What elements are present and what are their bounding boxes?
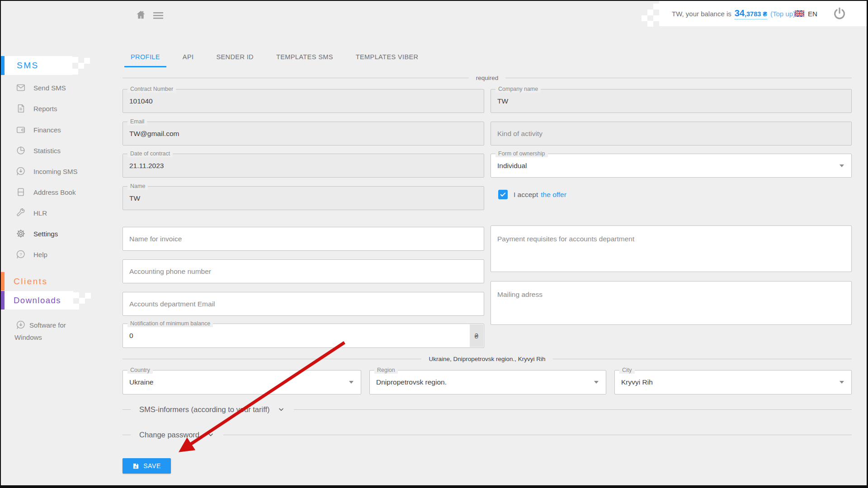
balance-row: TW, your balance is 34,3783 ₴ (Top up): [672, 1, 795, 26]
company-name-input[interactable]: [491, 89, 851, 113]
divider-line: [505, 78, 852, 78]
home-icon: [136, 9, 146, 20]
sidebar-item-software-for-windows[interactable]: Software for Windows: [14, 319, 71, 343]
change-password-label: Change password: [131, 431, 207, 439]
region-select[interactable]: Region Dnipropetrovsk region.: [369, 370, 606, 394]
accounting-phone-field[interactable]: [123, 259, 484, 283]
incoming-message-icon: [16, 166, 26, 176]
payment-requisites-field[interactable]: [491, 225, 852, 272]
sidebar-item-settings[interactable]: Settings: [16, 227, 58, 240]
address-book-icon: [16, 187, 26, 197]
report-icon: [16, 103, 26, 113]
checker-square: [72, 57, 78, 63]
sidebar-item-send-sms[interactable]: Send SMS: [16, 81, 66, 94]
email-input[interactable]: [123, 122, 484, 145]
checker-square: [653, 15, 659, 21]
checker-square: [647, 9, 653, 15]
sidebar-item-label: Finances: [33, 126, 61, 134]
save-button[interactable]: SAVE: [123, 458, 171, 474]
hamburger-icon: [153, 12, 163, 19]
email-field[interactable]: Email: [123, 122, 484, 145]
checker-square: [647, 21, 653, 27]
checker-square: [642, 15, 647, 21]
sidebar-item-incoming-sms[interactable]: Incoming SMS: [16, 165, 78, 178]
min-balance-field[interactable]: Notification of minimum balance ₴: [123, 324, 484, 348]
language-selector[interactable]: EN: [795, 1, 817, 26]
chevron-down-icon: [278, 406, 285, 413]
change-password-toggle[interactable]: Change password: [123, 427, 852, 442]
region-value: Dnipropetrovsk region.: [376, 371, 447, 394]
sms-informers-toggle[interactable]: SMS-informers (according to your tariff): [123, 402, 852, 417]
topup-link[interactable]: (Top up): [770, 10, 795, 18]
sidebar-clients-label: Clients: [14, 277, 48, 286]
city-select[interactable]: City Kryvyi Rih: [614, 370, 852, 394]
chevron-down-icon: [207, 431, 214, 438]
sidebar-item-hlr[interactable]: HLR: [16, 206, 47, 219]
city-value: Kryvyi Rih: [621, 371, 653, 394]
location-summary: Ukraine, Dnipropetrovsk region., Kryvyi …: [421, 356, 552, 362]
offer-link[interactable]: the offer: [541, 191, 566, 199]
sidebar-downloads-label: Downloads: [14, 296, 61, 305]
sidebar-item-label: Statistics: [33, 147, 61, 155]
required-divider: required: [123, 71, 852, 84]
accounting-phone-input[interactable]: [123, 260, 484, 283]
form-of-ownership-select[interactable]: Form of ownership Individual: [491, 154, 852, 178]
sidebar-item-reports[interactable]: Reports: [16, 102, 57, 115]
name-for-invoice-field[interactable]: [123, 227, 484, 251]
date-of-contract-field[interactable]: Date of contract: [123, 154, 484, 178]
accept-offer-row: I accept the offer: [498, 190, 566, 199]
accounts-department-email-field[interactable]: [123, 292, 484, 316]
location-divider: Ukraine, Dnipropetrovsk region., Kryvyi …: [123, 352, 852, 365]
sidebar-item-address-book[interactable]: Address Book: [16, 186, 75, 198]
chevron-down-icon: [840, 381, 844, 384]
sidebar-section-downloads[interactable]: Downloads: [1, 291, 73, 310]
wallet-icon: [16, 125, 26, 135]
kind-of-activity-field[interactable]: [491, 122, 852, 145]
contract-number-field[interactable]: Contract Number: [123, 89, 484, 113]
name-input[interactable]: [123, 187, 484, 210]
mailing-address-textarea[interactable]: [491, 282, 851, 324]
tab-templates-viber[interactable]: TEMPLATES VIBER: [349, 47, 425, 67]
home-button[interactable]: [136, 9, 146, 20]
divider-line: [553, 359, 852, 359]
sidebar-item-finances[interactable]: Finances: [16, 123, 61, 136]
sidebar-item-help[interactable]: ? Help: [16, 248, 47, 261]
checker-square: [73, 304, 79, 310]
date-of-contract-input[interactable]: [123, 154, 484, 177]
sidebar-item-label: Settings: [33, 230, 58, 238]
checker-square: [85, 293, 91, 299]
sidebar-item-label: Send SMS: [33, 84, 66, 92]
sidebar-item-label: Address Book: [33, 188, 75, 196]
accounts-department-email-input[interactable]: [123, 292, 484, 315]
sidebar-sms-label: SMS: [17, 61, 39, 70]
form-of-ownership-value: Individual: [497, 154, 527, 177]
logout-button[interactable]: [833, 7, 846, 20]
svg-text:?: ?: [19, 252, 22, 257]
required-note: required: [469, 75, 506, 81]
accept-offer-checkbox[interactable]: [498, 190, 508, 199]
gear-icon: [16, 229, 26, 239]
balance-main: 34: [735, 8, 745, 18]
tab-sender-id[interactable]: SENDER ID: [210, 47, 260, 67]
sidebar-section-sms[interactable]: SMS: [1, 56, 72, 75]
payment-requisites-textarea[interactable]: [491, 226, 851, 272]
name-for-invoice-input[interactable]: [123, 227, 484, 250]
balance-amount[interactable]: 34,3783 ₴: [735, 8, 767, 19]
save-icon: [132, 463, 139, 469]
country-select[interactable]: Country Ukraine: [123, 370, 361, 394]
sidebar-item-statistics[interactable]: Statistics: [16, 144, 61, 157]
checkmark-icon: [500, 191, 506, 198]
kind-of-activity-input[interactable]: [491, 122, 851, 145]
min-balance-input[interactable]: [123, 324, 484, 347]
tab-profile[interactable]: PROFILE: [124, 47, 166, 67]
sidebar-section-clients[interactable]: Clients: [1, 272, 78, 291]
name-field[interactable]: Name: [123, 186, 484, 210]
company-name-field[interactable]: Company name: [491, 89, 852, 113]
tab-templates-sms[interactable]: TEMPLATES SMS: [270, 47, 340, 67]
divider-line: [123, 409, 131, 410]
tab-api[interactable]: API: [176, 47, 200, 67]
menu-button[interactable]: [153, 12, 163, 19]
mailing-address-field[interactable]: [491, 281, 852, 325]
contract-number-input[interactable]: [123, 89, 484, 113]
divider-line: [123, 359, 421, 359]
